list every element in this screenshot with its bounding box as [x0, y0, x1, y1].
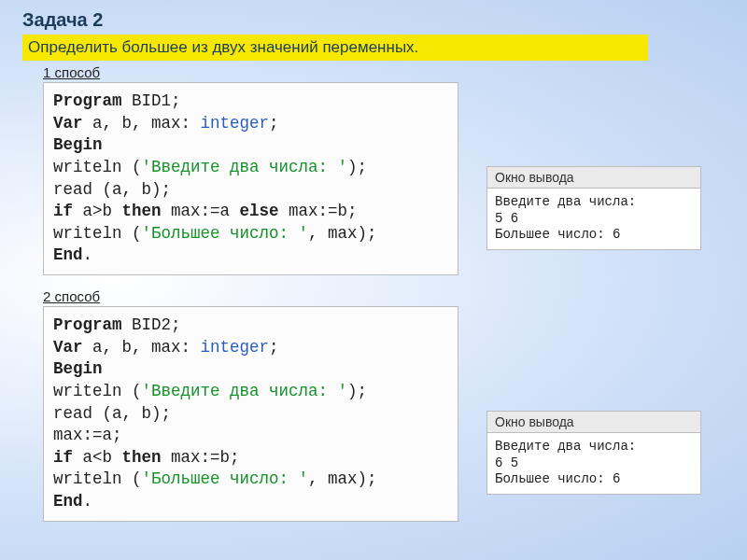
writeln-call: writeln ( — [53, 158, 142, 176]
kw-var: Var — [53, 114, 83, 133]
else-body: max:=b; — [279, 202, 358, 220]
method-1-label: 1 способ — [43, 64, 725, 80]
kw-then: then — [122, 202, 162, 220]
end-dot: . — [83, 245, 93, 264]
output-window-2: Окно вывода Введите два числа: 6 5 Больш… — [486, 411, 701, 495]
type-integer: integer — [201, 338, 270, 357]
string-result: 'Большее число: ' — [142, 224, 309, 243]
if-cond: a>b — [73, 202, 122, 220]
task-description: Определить большее из двух значений пере… — [22, 35, 648, 61]
prog-name: BID2; — [122, 315, 181, 334]
kw-program: Program — [53, 315, 122, 334]
assign-line: max:=a; — [53, 426, 122, 444]
kw-program: Program — [53, 91, 122, 110]
slide: Задача 2 Определить большее из двух знач… — [0, 0, 747, 544]
output-window-1: Окно вывода Введите два числа: 5 6 Больш… — [486, 166, 701, 250]
kw-begin: Begin — [53, 135, 103, 154]
writeln-call-2: writeln ( — [53, 469, 142, 488]
if-cond: a<b — [73, 448, 122, 467]
kw-else: else — [240, 202, 279, 220]
var-decl: a, b, max: — [83, 338, 201, 357]
code-block-1: Program BID1; Var a, b, max: integer; Be… — [43, 82, 458, 275]
kw-if: if — [53, 202, 73, 220]
close-paren: ); — [347, 382, 367, 400]
writeln-tail: , max); — [308, 469, 377, 488]
kw-end: End — [53, 245, 83, 264]
string-prompt: 'Введите два числа: ' — [142, 382, 348, 400]
kw-var: Var — [53, 338, 83, 357]
semicolon: ; — [269, 114, 279, 133]
then-body: max:=a — [162, 202, 240, 220]
output-header: Окно вывода — [487, 412, 700, 433]
read-call: read (a, b); — [53, 404, 171, 423]
writeln-tail: , max); — [308, 224, 377, 243]
read-call: read (a, b); — [53, 180, 171, 199]
writeln-call: writeln ( — [53, 382, 142, 400]
then-body: max:=b; — [162, 448, 240, 467]
string-prompt: 'Введите два числа: ' — [142, 158, 348, 176]
task-title: Задача 2 — [22, 9, 725, 31]
kw-begin: Begin — [53, 359, 103, 378]
code-block-2: Program BID2; Var a, b, max: integer; Be… — [43, 306, 458, 522]
method-1-row: Program BID1; Var a, b, max: integer; Be… — [22, 82, 725, 275]
method-2-label: 2 способ — [43, 288, 725, 304]
kw-if: if — [53, 448, 73, 467]
kw-end: End — [53, 492, 83, 511]
semicolon: ; — [269, 338, 279, 357]
output-body: Введите два числа: 5 6 Большее число: 6 — [487, 189, 700, 249]
close-paren: ); — [347, 158, 367, 176]
kw-then: then — [122, 448, 162, 467]
var-decl: a, b, max: — [83, 114, 201, 133]
prog-name: BID1; — [122, 91, 181, 110]
type-integer: integer — [201, 114, 270, 133]
end-dot: . — [83, 492, 93, 511]
writeln-call-2: writeln ( — [53, 224, 142, 243]
output-body: Введите два числа: 6 5 Большее число: 6 — [487, 433, 700, 494]
output-header: Окно вывода — [487, 167, 700, 189]
method-2-row: Program BID2; Var a, b, max: integer; Be… — [22, 306, 725, 522]
string-result: 'Большее число: ' — [142, 469, 309, 488]
